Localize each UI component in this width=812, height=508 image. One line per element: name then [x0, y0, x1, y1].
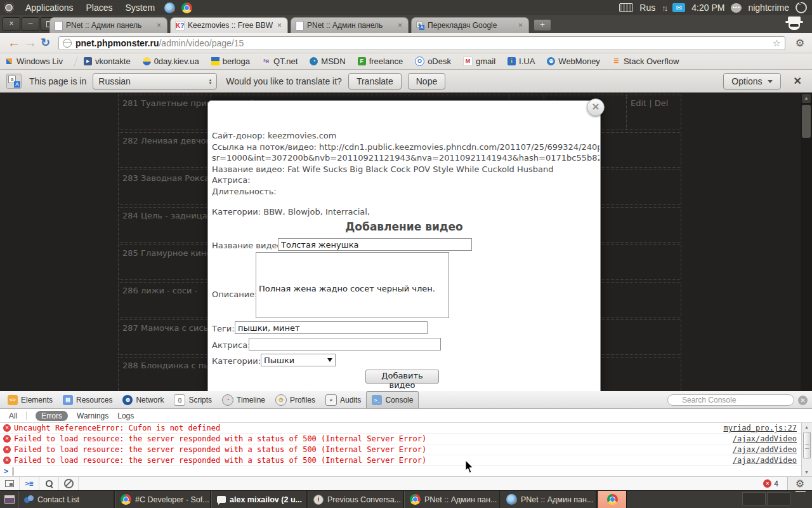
devtools-tab-audits[interactable]: ⌕ Audits: [320, 391, 366, 408]
firefox-launcher-icon[interactable]: [164, 3, 175, 13]
options-button[interactable]: Options: [723, 73, 780, 90]
workspace-1[interactable]: [742, 492, 766, 505]
bookmark-windows-live[interactable]: Windows Liv: [5, 57, 63, 66]
workspace-switcher[interactable]: [742, 492, 790, 505]
task-pnet-chrome[interactable]: PNet :: Админ пан...: [405, 491, 501, 508]
infobar-close-icon[interactable]: ✕: [790, 75, 806, 87]
forward-button[interactable]: →: [24, 35, 37, 50]
bookmark-qtnet[interactable]: ᵃᴙ QT.net: [262, 57, 298, 66]
add-video-button[interactable]: Добавить видео: [365, 370, 439, 384]
power-icon[interactable]: [796, 2, 807, 13]
filter-all[interactable]: All: [9, 411, 17, 420]
filter-warnings[interactable]: Warnings: [77, 411, 108, 420]
bookmark-berloga[interactable]: berloga: [211, 57, 250, 66]
tab-google-translate[interactable]: Перекладач Google ×: [411, 17, 529, 33]
devtools-tab-resources[interactable]: ▤ Resources: [58, 391, 117, 408]
bookmark-0day[interactable]: 0day.kiev.ua: [143, 57, 199, 66]
menu-system[interactable]: System: [119, 0, 162, 15]
window-minimize-button[interactable]: –: [22, 17, 39, 31]
devtools-tab-network[interactable]: ◍ Network: [117, 391, 169, 408]
task-active-chrome[interactable]: [598, 491, 627, 508]
filter-errors[interactable]: Errors: [36, 411, 68, 421]
keyboard-layout-label[interactable]: Rus: [639, 3, 655, 13]
bookmark-odesk[interactable]: O oDesk: [415, 57, 451, 66]
tab-keezmovies[interactable]: K? Keezmovies :: Free BBW S ×: [170, 17, 288, 33]
wrench-menu-icon[interactable]: ⚙: [796, 37, 804, 49]
bookmark-star-icon[interactable]: ☆: [773, 37, 781, 49]
bookmark-freelance[interactable]: F freelance: [358, 57, 403, 66]
scroll-up-arrow[interactable]: ▲: [802, 94, 811, 103]
console-toggle-button[interactable]: >≡: [20, 477, 39, 490]
category-select[interactable]: Пышки: [261, 354, 336, 366]
keyboard-layout-icon[interactable]: [619, 3, 633, 12]
clock[interactable]: 4:20 PM: [691, 3, 724, 13]
scroll-down-arrow[interactable]: ▼: [804, 470, 809, 474]
modal-close-button[interactable]: ×: [587, 98, 605, 116]
settings-gear-button[interactable]: ⚙: [787, 477, 812, 490]
description-textarea[interactable]: Полная жена жадно сосет черный член.: [256, 252, 449, 318]
dock-toggle-button[interactable]: [0, 477, 20, 490]
error-count-icon[interactable]: ✕: [763, 479, 771, 488]
user-menu[interactable]: nightcrime: [748, 3, 789, 13]
window-close-button[interactable]: ×: [3, 17, 20, 31]
error-source-link[interactable]: /ajax/addVideo: [733, 445, 797, 454]
filter-logs[interactable]: Logs: [117, 411, 134, 420]
chrome-launcher-icon[interactable]: [181, 3, 192, 13]
console-search-input[interactable]: [667, 394, 794, 406]
devtools-tab-console[interactable]: >_ Console: [366, 391, 419, 408]
console-scrollbar[interactable]: ▲ ▼: [801, 423, 812, 476]
devtools-tab-elements[interactable]: <> Elements: [3, 391, 58, 408]
task-contact-list[interactable]: Contact List: [19, 491, 115, 508]
tab-pnet-admin-1[interactable]: PNet :: Админ панель ×: [49, 17, 167, 33]
bookmark-msdn[interactable]: ◔ MSDN: [310, 57, 345, 66]
bookmark-gmail[interactable]: M gmail: [463, 57, 495, 66]
inspect-button[interactable]: [39, 477, 59, 490]
language-select[interactable]: Russian ▴▾: [93, 73, 217, 90]
new-tab-button[interactable]: +: [534, 20, 551, 30]
trash-applet[interactable]: [797, 493, 808, 505]
ubuntu-logo-icon[interactable]: [4, 3, 14, 13]
scrollbar-thumb[interactable]: [802, 105, 811, 138]
tab-close-icon[interactable]: ×: [276, 21, 283, 30]
tab-pnet-admin-2[interactable]: PNet :: Админ панель ×: [291, 17, 409, 33]
translate-button[interactable]: Translate: [348, 73, 402, 90]
devtools-tab-profiles[interactable]: ◷ Profiles: [270, 391, 320, 408]
chat-status-icon[interactable]: •••: [731, 3, 742, 13]
error-count[interactable]: 4: [774, 479, 778, 488]
tab-close-icon[interactable]: ×: [396, 21, 403, 30]
bookmark-iua[interactable]: i I.UA: [508, 57, 535, 66]
error-source-link[interactable]: /ajax/addVideo: [733, 456, 797, 465]
network-sync-icon[interactable]: ↑↓: [662, 3, 666, 13]
task-previous-conversations[interactable]: Previous Conversa...: [308, 491, 405, 508]
scrollbar-thumb[interactable]: [803, 432, 811, 458]
mail-notification-icon[interactable]: ✉: [672, 3, 685, 12]
bookmark-vkontakte[interactable]: ▸ vkontakte: [84, 57, 131, 66]
tab-close-icon[interactable]: ×: [155, 21, 162, 30]
reload-button[interactable]: ↻: [41, 35, 50, 50]
devtools-close-button[interactable]: ✕: [798, 396, 808, 405]
nope-button[interactable]: Nope: [408, 73, 445, 90]
workspace-2[interactable]: [767, 492, 790, 505]
task-chat-alex[interactable]: alex mixailov (2 u...: [212, 491, 308, 508]
bookmark-webmoney[interactable]: ⊕ WebMoney: [547, 57, 600, 66]
tab-close-icon[interactable]: ×: [517, 21, 524, 30]
show-desktop-button[interactable]: [0, 491, 19, 508]
task-pnet-firefox[interactable]: PNet :: Админ пан...: [501, 491, 598, 508]
omnibox[interactable]: pnet.phpmonster.ru /admin/video/page/15 …: [58, 36, 785, 50]
error-source-link[interactable]: myriad_pro.js:27: [723, 424, 797, 432]
devtools-tab-timeline[interactable]: ◔ Timeline: [217, 391, 270, 408]
error-source-link[interactable]: /ajax/addVideo: [733, 434, 797, 443]
tags-input[interactable]: [235, 321, 428, 334]
bookmark-stackoverflow[interactable]: ☰ Stack Overflow: [612, 57, 679, 66]
task-chrome-developer[interactable]: #C Developer - Sof...: [115, 491, 212, 508]
menu-applications[interactable]: Applications: [19, 0, 80, 15]
back-button[interactable]: ←: [8, 35, 20, 50]
video-name-input[interactable]: [278, 238, 472, 251]
devtools-tab-scripts[interactable]: {} Scripts: [169, 391, 217, 408]
actress-input[interactable]: [249, 338, 441, 351]
clear-console-button[interactable]: [59, 477, 79, 490]
console-prompt[interactable]: >: [0, 466, 812, 476]
page-scrollbar[interactable]: ▲: [801, 93, 812, 391]
scroll-up-arrow[interactable]: ▲: [804, 425, 809, 429]
menu-places[interactable]: Places: [80, 0, 119, 15]
